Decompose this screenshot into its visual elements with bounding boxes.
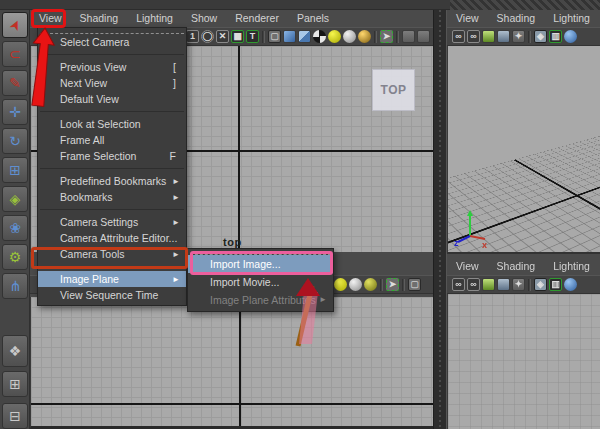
lighting-flat-icon[interactable] — [364, 278, 377, 291]
resolution-gate-icon[interactable]: ◯ — [201, 30, 214, 43]
menu-renderer[interactable]: Renderer — [226, 10, 288, 24]
film-icon[interactable]: ▥ — [549, 30, 562, 43]
lasso-tool-button[interactable]: ⊂ — [2, 41, 28, 67]
menu-item-frame-all[interactable]: Frame All — [38, 132, 186, 148]
four-pane-layout-button[interactable]: ⊞ — [2, 371, 28, 397]
select-highlight-icon[interactable]: ◈ — [534, 30, 547, 43]
menu-lighting[interactable]: Lighting — [127, 10, 182, 24]
highlight-selection-icon[interactable]: ➤ — [386, 278, 399, 291]
cube-icon[interactable]: ▢ — [408, 278, 421, 291]
menu-view[interactable]: View — [447, 10, 488, 24]
persp-viewport[interactable]: z x — [447, 46, 600, 252]
menu-item-previous-view[interactable]: Previous View[ — [38, 59, 186, 75]
sphere-icon[interactable] — [564, 30, 577, 43]
panel-divider[interactable] — [433, 10, 447, 429]
axis-z-label: z — [454, 238, 459, 248]
menu-shading[interactable]: Shading — [488, 10, 545, 24]
gate-mask-icon[interactable]: ✕ — [216, 30, 229, 43]
rotate-icon: ↻ — [9, 133, 21, 149]
menu-item-next-view[interactable]: Next View] — [38, 75, 186, 91]
shaded-icon[interactable] — [283, 30, 296, 43]
field-chart-icon[interactable]: ▦ — [231, 30, 244, 43]
select-arrow-icon: ➤ — [2, 15, 29, 36]
lighting-all-icon[interactable] — [334, 278, 347, 291]
menu-shading[interactable]: Shading — [71, 10, 128, 24]
film-icon[interactable]: ▥ — [549, 278, 562, 291]
scale-tool-button[interactable]: ⊞ — [2, 157, 28, 183]
top-view-menubar: ViewShadingLightingShowRendererPanels — [30, 10, 433, 27]
show-manipulator-button[interactable]: ⚙ — [2, 244, 28, 270]
single-pane-layout-button[interactable]: ❖ — [2, 335, 28, 367]
lighting-selected-icon[interactable] — [349, 278, 362, 291]
front-viewport[interactable] — [30, 297, 433, 429]
toolbar-separator — [528, 31, 531, 43]
submenu-item-import-image[interactable]: Import Image... — [188, 255, 333, 273]
lasso-icon: ⊂ — [9, 46, 21, 62]
submenu-arrow-icon: ► — [172, 271, 180, 288]
menu-item-predefined-bookmarks[interactable]: Predefined Bookmarks► — [38, 173, 186, 189]
menu-lighting[interactable]: Lighting — [544, 10, 599, 24]
film-gate-icon[interactable]: 1 — [186, 30, 199, 43]
textured-icon[interactable] — [298, 30, 311, 43]
brush-icon: ✎ — [9, 75, 21, 91]
book-icon[interactable] — [482, 30, 495, 43]
view-name-tooltip: TOP — [372, 69, 415, 111]
default-material-icon[interactable] — [313, 30, 326, 43]
menu-panels[interactable]: Panels — [288, 10, 338, 24]
camera-bookmark-icon[interactable]: ∞ — [467, 30, 480, 43]
sphere-icon[interactable] — [564, 278, 577, 291]
book-icon[interactable] — [482, 278, 495, 291]
light-icon[interactable]: ✦ — [512, 278, 525, 291]
menu-item-select-camera[interactable]: Select Camera — [38, 34, 186, 50]
menu-item-image-plane[interactable]: Image Plane► — [38, 271, 186, 287]
paint-select-tool-button[interactable]: ✎ — [2, 70, 28, 96]
pan-zoom-icon[interactable]: ∞ — [452, 30, 465, 43]
lighting-selected-icon[interactable] — [343, 30, 356, 43]
submenu-item-import-movie[interactable]: Import Movie... — [188, 273, 333, 291]
move-tool-button[interactable]: ✛ — [2, 99, 28, 125]
light-icon[interactable]: ✦ — [512, 30, 525, 43]
image-icon[interactable] — [497, 30, 510, 43]
select-tool-button[interactable]: ➤ — [2, 12, 28, 38]
menu-shading[interactable]: Shading — [488, 258, 545, 272]
outliner-pane-layout-button[interactable]: ⊟ — [2, 403, 28, 429]
menu-item-look-at-selection[interactable]: Look at Selection — [38, 116, 186, 132]
toolbar-separator — [528, 279, 531, 291]
toolbox: ➤ ⊂ ✎ ✛ ↻ ⊞ ◈ ❀ ⚙ ⋔ ❖ ⊞ ⊟ — [0, 10, 30, 429]
xray-icon[interactable] — [417, 30, 430, 43]
pan-zoom-icon[interactable]: ∞ — [452, 278, 465, 291]
joint-tool-button[interactable]: ⋔ — [2, 273, 28, 299]
menu-item-camera-attribute-editor[interactable]: Camera Attribute Editor... — [38, 230, 186, 246]
move-icon: ✛ — [9, 104, 21, 120]
toolbar-separator — [396, 31, 399, 43]
menu-view[interactable]: View — [30, 10, 71, 24]
lighting-flat-icon[interactable] — [358, 30, 371, 43]
image-icon[interactable] — [497, 278, 510, 291]
grid-y-axis — [239, 297, 241, 426]
persp2-viewport[interactable] — [447, 294, 600, 429]
soft-modification-button[interactable]: ❀ — [2, 215, 28, 241]
safe-title-icon[interactable]: T — [246, 30, 259, 43]
panel-persp2-view: ViewShadingLightingShow ∞∞✦◈▥ — [447, 252, 600, 429]
universal-manipulator-button[interactable]: ◈ — [2, 186, 28, 212]
axis-indicator: z x — [452, 206, 490, 248]
isolate-select-icon[interactable] — [402, 30, 415, 43]
menu-item-frame-selection[interactable]: Frame SelectionF — [38, 148, 186, 164]
menu-lighting[interactable]: Lighting — [544, 258, 599, 272]
menu-item-view-sequence-time[interactable]: View Sequence Time — [38, 287, 186, 303]
select-highlight-icon[interactable]: ◈ — [534, 278, 547, 291]
camera-bookmark-icon[interactable]: ∞ — [467, 278, 480, 291]
menu-item-camera-settings[interactable]: Camera Settings► — [38, 214, 186, 230]
submenu-arrow-icon: ► — [319, 291, 327, 308]
highlight-selection-icon[interactable]: ➤ — [380, 30, 393, 43]
menu-item-camera-tools[interactable]: Camera Tools► — [38, 246, 186, 262]
menu-item-default-view[interactable]: Default View — [38, 91, 186, 107]
rotate-tool-button[interactable]: ↻ — [2, 128, 28, 154]
submenu-arrow-icon: ► — [172, 173, 180, 190]
menu-view[interactable]: View — [447, 258, 488, 272]
menu-item-bookmarks[interactable]: Bookmarks► — [38, 189, 186, 205]
wireframe-icon[interactable]: ▢ — [268, 30, 281, 43]
menu-show[interactable]: Show — [182, 10, 226, 24]
outliner-pane-icon: ⊟ — [9, 408, 21, 424]
lighting-all-icon[interactable] — [328, 30, 341, 43]
